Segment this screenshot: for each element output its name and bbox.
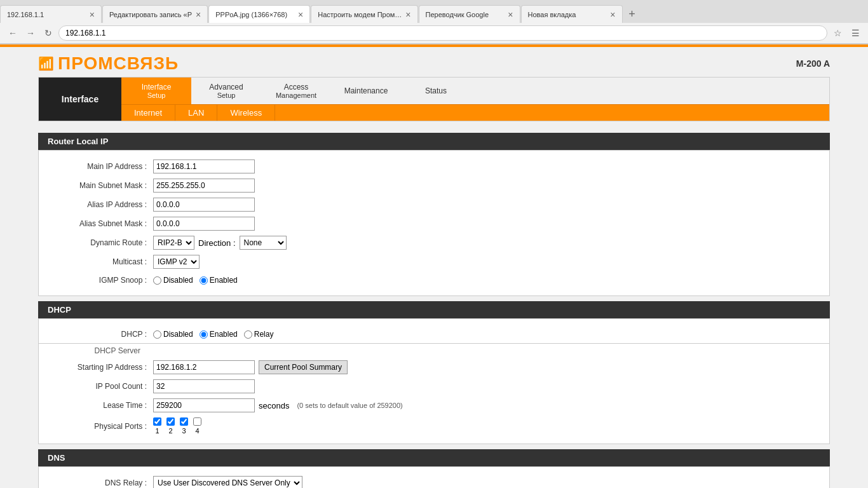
dhcp-relay-radio[interactable] — [244, 330, 252, 339]
nav-status[interactable]: Status — [401, 78, 471, 104]
tab-2-title: Редактировать запись «P — [109, 11, 192, 18]
dhcp-divider — [39, 343, 829, 344]
nav-access-management[interactable]: Access Management — [261, 78, 331, 104]
dynamic-route-row: Dynamic Route : RIP2-B RIP1 RIP2 None Di… — [39, 233, 829, 252]
nav-interface-setup-label1: Interface — [142, 83, 172, 92]
lease-time-unit: seconds — [259, 401, 289, 410]
main-subnet-label: Main Subnet Mask : — [51, 181, 153, 190]
port-1-label: 1 — [155, 427, 159, 435]
tab-1-title: 192.168.1.1 — [7, 11, 86, 18]
port-4-item: 4 — [193, 417, 201, 435]
tab-3-title: PPPoA.jpg (868×488) — [215, 11, 294, 18]
nav-items-row: Interface Setup Advanced Setup Access Ma… — [121, 78, 829, 104]
multicast-select[interactable]: IGMP v2 IGMP v1 None — [153, 255, 200, 269]
port-2-label: 2 — [168, 427, 172, 435]
lease-time-row: Lease Time : seconds (0 sets to default … — [39, 396, 829, 415]
tab-3-close[interactable]: × — [298, 10, 303, 20]
address-bar[interactable] — [58, 25, 827, 41]
tab-5-close[interactable]: × — [508, 10, 513, 20]
alias-subnet-input[interactable] — [153, 217, 255, 231]
multicast-control: IGMP v2 IGMP v1 None — [153, 255, 200, 269]
browser-tabs: 192.168.1.1 × Редактировать запись «P × … — [0, 0, 868, 23]
forward-button[interactable]: → — [23, 25, 38, 41]
ip-pool-control — [153, 379, 255, 393]
tab-4[interactable]: Настроить модем Пром… × — [311, 5, 417, 23]
alias-ip-input[interactable] — [153, 198, 255, 212]
dns-relay-control: Use User Discovered DNS Server Only No D… — [153, 476, 302, 488]
lease-time-control: seconds (0 sets to default value of 2592… — [153, 398, 403, 412]
menu-button[interactable]: ☰ — [848, 25, 863, 41]
logo-icon: 📶 — [38, 56, 55, 71]
reload-button[interactable]: ↻ — [41, 25, 56, 41]
nav-advanced-setup[interactable]: Advanced Setup — [191, 78, 261, 104]
dhcp-enabled-radio[interactable] — [200, 330, 208, 339]
igmp-snoop-disabled-label[interactable]: Disabled — [153, 276, 193, 285]
nav-advanced-setup-label2: Setup — [217, 92, 236, 99]
igmp-snoop-enabled-label[interactable]: Enabled — [200, 276, 238, 285]
dhcp-relay-label[interactable]: Relay — [244, 330, 274, 339]
ports-checkbox-group: 1 2 3 4 — [153, 417, 201, 435]
new-tab-button[interactable]: + — [623, 5, 641, 23]
nav-access-management-label1: Access — [284, 83, 309, 92]
sub-nav: Internet LAN Wireless — [121, 104, 829, 121]
direction-label: Direction : — [198, 238, 236, 248]
alias-subnet-row: Alias Subnet Mask : — [39, 214, 829, 233]
tab-1-close[interactable]: × — [90, 10, 95, 20]
port-4-checkbox[interactable] — [193, 417, 201, 426]
dhcp-title: DHCP — [38, 301, 830, 318]
port-3-checkbox[interactable] — [180, 417, 188, 426]
nav-maintenance-label: Maintenance — [344, 86, 388, 95]
back-button[interactable]: ← — [5, 25, 20, 41]
sub-nav-internet[interactable]: Internet — [121, 105, 175, 121]
nav-interface-setup[interactable]: Interface Setup — [121, 78, 191, 104]
router-local-ip-title: Router Local IP — [38, 133, 830, 150]
starting-ip-input[interactable] — [153, 360, 255, 374]
alias-ip-label: Alias IP Address : — [51, 200, 153, 209]
logo-text: ПРОМСВЯЗЬ — [58, 53, 179, 74]
tab-6-close[interactable]: × — [610, 10, 615, 20]
tab-6[interactable]: Новая вкладка × — [521, 5, 623, 23]
igmp-snoop-disabled-radio[interactable] — [153, 276, 161, 285]
lease-time-input[interactable] — [153, 398, 255, 412]
dynamic-route-label: Dynamic Route : — [51, 238, 153, 247]
dhcp-disabled-radio[interactable] — [153, 330, 161, 339]
dns-relay-row: DNS Relay : Use User Discovered DNS Serv… — [39, 473, 829, 488]
igmp-snoop-enabled-radio[interactable] — [200, 276, 208, 285]
nav-interface-label: Interface — [39, 78, 121, 121]
direction-select[interactable]: None Both In Only Out Only — [240, 236, 287, 250]
dynamic-route-select[interactable]: RIP2-B RIP1 RIP2 None — [153, 236, 194, 250]
multicast-row: Multicast : IGMP v2 IGMP v1 None — [39, 252, 829, 271]
port-1-checkbox[interactable] — [153, 417, 161, 426]
sub-nav-lan[interactable]: LAN — [175, 105, 217, 121]
dns-relay-select[interactable]: Use User Discovered DNS Server Only No D… — [153, 476, 302, 488]
ip-pool-input[interactable] — [153, 379, 255, 393]
tab-2-close[interactable]: × — [196, 10, 201, 20]
tab-5[interactable]: Переводчик Google × — [419, 5, 520, 23]
main-ip-control — [153, 159, 255, 173]
dhcp-mode-label: DHCP : — [51, 330, 153, 339]
router-header: 📶 ПРОМСВЯЗЬ M-200 A — [38, 47, 830, 77]
multicast-label: Multicast : — [51, 257, 153, 266]
nav-status-label: Status — [425, 86, 447, 95]
tab-1[interactable]: 192.168.1.1 × — [0, 5, 102, 23]
tab-4-close[interactable]: × — [405, 10, 410, 20]
browser-chrome: 192.168.1.1 × Редактировать запись «P × … — [0, 0, 868, 44]
dhcp-disabled-label[interactable]: Disabled — [153, 330, 193, 339]
main-subnet-input[interactable] — [153, 179, 255, 193]
port-2-checkbox[interactable] — [166, 417, 175, 426]
tab-3[interactable]: PPPoA.jpg (868×488) × — [208, 5, 310, 23]
nav-maintenance[interactable]: Maintenance — [331, 78, 401, 104]
pool-summary-button[interactable]: Current Pool Summary — [259, 360, 348, 374]
main-nav: Interface Interface Setup Advanced Setup… — [38, 77, 830, 121]
sub-nav-wireless[interactable]: Wireless — [217, 105, 275, 121]
tab-5-title: Переводчик Google — [426, 11, 505, 18]
alias-ip-control — [153, 198, 255, 212]
nav-interface-setup-label2: Setup — [147, 92, 166, 99]
main-ip-input[interactable] — [153, 159, 255, 173]
tab-2[interactable]: Редактировать запись «P × — [102, 5, 208, 23]
dhcp-mode-row: DHCP : Disabled Enabled Relay — [39, 325, 829, 343]
dhcp-enabled-label[interactable]: Enabled — [200, 330, 238, 339]
router-local-ip-section: Router Local IP Main IP Address : Main S… — [38, 133, 830, 296]
bookmark-button[interactable]: ☆ — [830, 25, 845, 41]
dynamic-route-control: RIP2-B RIP1 RIP2 None Direction : None B… — [153, 236, 287, 250]
